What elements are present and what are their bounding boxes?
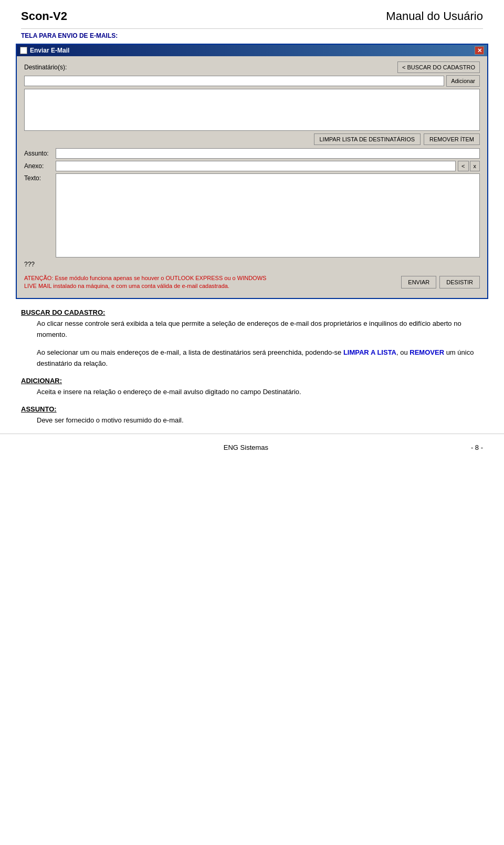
action-buttons: ENVIAR DESISTIR — [401, 276, 480, 288]
assunto-text: Deve ser fornecido o motivo resumido do … — [37, 415, 483, 426]
remover-item-button[interactable]: REMOVER ÍTEM — [424, 133, 480, 145]
assunto-heading: ASSUNTO: — [21, 405, 483, 413]
enviar-button[interactable]: ENVIAR — [401, 276, 436, 288]
anexo-input[interactable] — [56, 161, 456, 171]
dialog-title-label: Enviar E-Mail — [30, 47, 69, 54]
texto-row: Texto: — [24, 173, 480, 257]
destinatario-input[interactable] — [24, 76, 444, 86]
anexo-clear-button[interactable]: x — [470, 161, 480, 171]
dialog-close-button[interactable]: ✕ — [475, 46, 484, 55]
page-footer: ENG Sistemas - 8 - — [0, 434, 504, 461]
selecionar-text-middle: , ou — [396, 348, 410, 356]
footer-page-number: - 8 - — [471, 444, 483, 451]
anexo-browse-button[interactable]: < — [458, 161, 468, 171]
adicionar-description-section: ADICIONAR: Aceita e insere na relação o … — [21, 377, 483, 398]
buscar-text: Ao clicar nesse controle será exibida a … — [37, 318, 483, 341]
anexo-row: Anexo: < x — [24, 161, 480, 171]
qqq-label: ??? — [24, 260, 480, 270]
manual-title: Manual do Usuário — [386, 9, 483, 23]
warning-and-buttons-row: ATENÇÃO: Esse módulo funciona apenas se … — [24, 272, 480, 293]
adicionar-heading: ADICIONAR: — [21, 377, 483, 385]
desistir-button[interactable]: DESISTIR — [439, 276, 480, 288]
dialog-title-icon — [20, 47, 27, 54]
email-dialog: Enviar E-Mail ✕ Destinatário(s): < BUSCA… — [16, 44, 488, 299]
app-name: Scon-V2 — [21, 9, 67, 23]
destinatarios-list[interactable] — [24, 89, 480, 131]
destinatarios-section: Destinatário(s): < BUSCAR DO CADASTRO Ad… — [24, 61, 480, 145]
section-title: Tela para envio de E-Mails: — [0, 29, 504, 44]
dialog-body: Destinatário(s): < BUSCAR DO CADASTRO Ad… — [17, 56, 487, 298]
remover-highlight: REMOVER — [410, 348, 444, 356]
selecionar-text-before: Ao selecionar um ou mais endereços de e-… — [37, 348, 343, 356]
assunto-input[interactable] — [56, 148, 480, 159]
warning-text: ATENÇÃO: Esse módulo funciona apenas se … — [24, 274, 276, 291]
buscar-heading: BUSCAR DO CADASTRO: — [21, 308, 483, 316]
footer-company: ENG Sistemas — [224, 444, 268, 451]
selecionar-description: Ao selecionar um ou mais endereços de e-… — [37, 347, 483, 369]
assunto-description-section: ASSUNTO: Deve ser fornecido o motivo res… — [21, 405, 483, 426]
dialog-titlebar: Enviar E-Mail ✕ — [17, 45, 487, 56]
assunto-row: Assunto: — [24, 148, 480, 159]
destinatarios-label: Destinatário(s): — [24, 64, 67, 71]
adicionar-button[interactable]: Adicionar — [446, 75, 480, 87]
texto-textarea[interactable] — [56, 173, 480, 257]
anexo-label: Anexo: — [24, 162, 56, 170]
limpar-lista-button[interactable]: LIMPAR LISTA DE DESTINATÁRIOS — [314, 133, 421, 145]
buscar-description-section: BUSCAR DO CADASTRO: Ao clicar nesse cont… — [21, 308, 483, 341]
buscar-cadastro-button[interactable]: < BUSCAR DO CADASTRO — [397, 61, 480, 73]
adicionar-text: Aceita e insere na relação o endereço de… — [37, 387, 483, 398]
texto-label: Texto: — [24, 173, 56, 182]
assunto-label: Assunto: — [24, 150, 56, 157]
limpar-highlight: LIMPAR A LISTA — [343, 348, 396, 356]
